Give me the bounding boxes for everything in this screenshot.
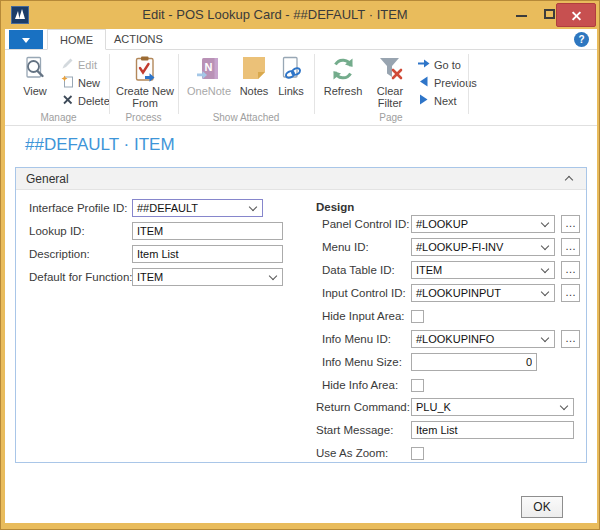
refresh-button[interactable]: Refresh	[320, 54, 366, 98]
create-new-from-button[interactable]: Create New From	[115, 54, 175, 109]
interface-profile-id-dropdown[interactable]: ##DEFAULT	[132, 199, 263, 217]
group-separator	[178, 54, 179, 114]
group-separator	[468, 54, 469, 114]
edit-pencil-icon	[61, 57, 74, 72]
chevron-down-icon[interactable]	[541, 334, 549, 342]
tab-actions[interactable]: ACTIONS	[102, 29, 175, 50]
chevron-down-icon[interactable]	[560, 402, 568, 410]
chevron-down-icon[interactable]	[541, 288, 549, 296]
input-control-id-assist-button[interactable]: …	[561, 284, 580, 302]
next-button[interactable]: Next	[417, 92, 457, 109]
chevron-down-icon[interactable]	[541, 242, 549, 250]
go-to-button[interactable]: Go to	[417, 56, 461, 73]
use-as-zoom-label: Use As Zoom:	[316, 445, 388, 462]
refresh-icon	[320, 54, 366, 86]
general-fasttab-header[interactable]: General	[16, 168, 586, 190]
input-control-id-label: Input Control ID:	[322, 285, 406, 302]
data-table-id-label: Data Table ID:	[322, 262, 395, 279]
design-group-heading: Design	[316, 199, 354, 216]
tab-home[interactable]: HOME	[47, 29, 106, 50]
maximize-button[interactable]	[544, 9, 555, 19]
next-triangle-icon	[417, 93, 430, 108]
new-button[interactable]: New	[61, 74, 100, 91]
notes-button[interactable]: Notes	[236, 54, 272, 98]
info-menu-id-dropdown[interactable]: #LOOKUPINFO	[411, 330, 555, 348]
start-message-input[interactable]	[411, 421, 574, 439]
interface-profile-id-label: Interface Profile ID:	[29, 200, 127, 217]
ok-button[interactable]: OK	[521, 496, 563, 518]
input-control-id-dropdown[interactable]: #LOOKUPINPUT	[411, 284, 555, 302]
lookup-id-input[interactable]	[132, 222, 283, 240]
clear-filter-icon	[368, 54, 412, 86]
view-label: View	[15, 86, 55, 98]
general-fasttab-title: General	[26, 168, 69, 190]
hide-input-area-checkbox[interactable]	[411, 310, 424, 323]
clear-filter-button[interactable]: Clear Filter	[368, 54, 412, 109]
titlebar: Edit - POS Lookup Card - ##DEFAULT · ITE…	[1, 1, 599, 29]
panel-control-id-dropdown[interactable]: #LOOKUP	[411, 215, 555, 233]
create-new-from-label: Create New From	[115, 86, 175, 109]
data-table-id-assist-button[interactable]: …	[561, 261, 580, 279]
group-label-page: Page	[315, 112, 467, 123]
group-label-manage: Manage	[9, 112, 108, 123]
links-label: Links	[274, 86, 308, 98]
menu-id-dropdown[interactable]: #LOOKUP-FI-INV	[411, 238, 555, 256]
general-fasttab: General Interface Profile ID: ##DEFAULT …	[15, 167, 587, 463]
ribbon-divider	[5, 125, 597, 126]
group-label-process: Process	[110, 112, 177, 123]
default-for-function-dropdown[interactable]: ITEM	[132, 268, 283, 286]
info-menu-id-label: Info Menu ID:	[322, 331, 391, 348]
close-button[interactable]	[556, 3, 596, 27]
view-button[interactable]: View	[15, 54, 55, 98]
minimize-button[interactable]	[516, 15, 527, 17]
return-command-label: Return Command:	[316, 399, 410, 416]
group-label-show-attached: Show Attached	[179, 112, 313, 123]
info-menu-size-label: Info Menu Size:	[322, 354, 402, 371]
svg-text:N: N	[205, 61, 213, 73]
ribbon: View Edit New Delete Manage Create	[5, 51, 597, 125]
start-message-label: Start Message:	[316, 422, 393, 439]
links-icon	[274, 54, 308, 86]
onenote-icon: N	[184, 54, 234, 86]
chevron-down-icon[interactable]	[541, 265, 549, 273]
app-logo-icon	[11, 6, 29, 24]
use-as-zoom-checkbox[interactable]	[411, 447, 424, 460]
default-for-function-label: Default for Function:	[29, 269, 133, 286]
window-pos-lookup-card: Edit - POS Lookup Card - ##DEFAULT · ITE…	[0, 0, 600, 530]
create-new-from-icon	[115, 54, 175, 86]
notes-label: Notes	[236, 86, 272, 98]
group-separator	[314, 54, 315, 114]
menu-id-label: Menu ID:	[322, 239, 369, 256]
group-separator	[109, 54, 110, 114]
refresh-label: Refresh	[320, 86, 366, 98]
info-menu-id-assist-button[interactable]: …	[561, 330, 580, 348]
panel-control-id-assist-button[interactable]: …	[561, 215, 580, 233]
menu-id-assist-button[interactable]: …	[561, 238, 580, 256]
onenote-label: OneNote	[184, 86, 234, 98]
links-button[interactable]: Links	[274, 54, 308, 98]
return-command-dropdown[interactable]: PLU_K	[411, 398, 574, 416]
window-body: HOME ACTIONS ? View Edit New	[5, 29, 597, 523]
info-menu-size-input[interactable]	[411, 353, 537, 371]
view-icon	[15, 54, 55, 86]
hide-input-area-label: Hide Input Area:	[322, 308, 404, 325]
ribbon-tab-row: HOME ACTIONS ?	[5, 29, 597, 50]
chevron-down-icon[interactable]	[541, 219, 549, 227]
data-table-id-dropdown[interactable]: ITEM	[411, 261, 555, 279]
chevron-down-icon[interactable]	[249, 203, 257, 211]
hide-info-area-label: Hide Info Area:	[322, 377, 398, 394]
edit-button: Edit	[61, 56, 97, 73]
chevron-down-icon[interactable]	[269, 272, 277, 280]
page-title: ##DEFAULT · ITEM	[25, 135, 175, 155]
application-menu-button[interactable]	[9, 30, 43, 49]
notes-icon	[236, 54, 272, 86]
description-input[interactable]	[132, 245, 283, 263]
delete-button[interactable]: Delete	[61, 92, 110, 109]
lookup-id-label: Lookup ID:	[29, 223, 85, 240]
chevron-down-icon	[22, 38, 30, 43]
description-label: Description:	[29, 246, 90, 263]
hide-info-area-checkbox[interactable]	[411, 379, 424, 392]
help-icon[interactable]: ?	[574, 32, 589, 47]
panel-control-id-label: Panel Control ID:	[322, 216, 410, 233]
collapse-chevron-icon[interactable]	[565, 176, 573, 184]
